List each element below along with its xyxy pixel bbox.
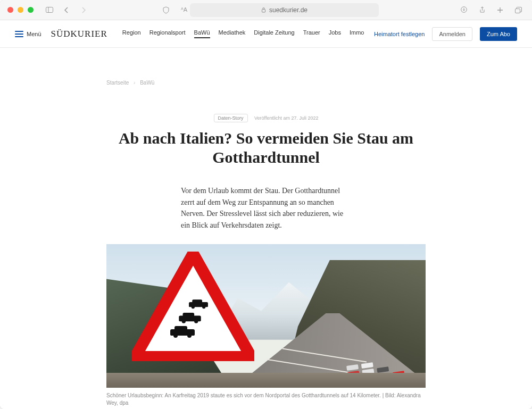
forward-button[interactable] [77,4,90,16]
page-viewport[interactable]: Menü SÜDKURIER Region Regionalsport BaWü… [0,20,532,409]
maximize-window-icon[interactable] [28,7,34,13]
breadcrumb-home[interactable]: Startseite [106,80,129,86]
publish-date: Veröffentlicht am 27. Juli 2022 [254,115,318,121]
article-meta: Daten-Story Veröffentlicht am 27. Juli 2… [106,112,426,122]
site-logo[interactable]: SÜDKURIER [51,29,107,39]
nav-regionalsport[interactable]: Regionalsport [149,29,186,38]
shield-icon[interactable] [160,4,172,16]
main-nav: Region Regionalsport BaWü Mediathek Digi… [122,29,364,38]
article-lede: Vor dem Urlaub kommt der Stau. Der Gotth… [181,185,351,231]
site-header: Menü SÜDKURIER Region Regionalsport BaWü… [0,20,532,48]
svg-rect-2 [262,10,265,13]
url-text: suedkurier.de [269,6,307,14]
traffic-jam-sign-icon [132,252,254,361]
sidebar-toggle-icon[interactable] [43,4,56,16]
svg-rect-0 [46,7,53,13]
nav-jobs[interactable]: Jobs [329,29,341,38]
address-bar[interactable]: suedkurier.de [190,3,379,17]
chevron-right-icon: › [134,80,135,86]
text-size-icon[interactable]: ᴬA [178,4,190,16]
browser-toolbar: ᴬA suedkurier.de [0,0,532,20]
browser-window: ᴬA suedkurier.de Menü [0,0,532,409]
new-tab-icon[interactable] [494,4,506,16]
download-icon[interactable] [458,4,470,16]
share-icon[interactable] [476,4,488,16]
article-title: Ab nach Italien? So vermeiden Sie Stau a… [106,129,426,167]
category-badge: Daten-Story [214,114,248,122]
minimize-window-icon[interactable] [18,7,23,13]
nav-trauer[interactable]: Trauer [303,29,320,38]
hamburger-icon [15,31,23,37]
menu-toggle[interactable]: Menü [15,31,41,37]
nav-digitale-zeitung[interactable]: Digitale Zeitung [254,29,294,38]
nav-mediathek[interactable]: Mediathek [219,29,246,38]
article: Startseite › BaWü Daten-Story Veröffentl… [96,48,436,409]
breadcrumb-bawue[interactable]: BaWü [140,80,154,86]
hero-figure [106,244,426,388]
nav-bawue[interactable]: BaWü [194,29,210,38]
breadcrumb: Startseite › BaWü [106,80,426,86]
nav-region[interactable]: Region [122,29,141,38]
svg-rect-4 [515,9,520,13]
hero-caption: Schöner Urlaubsbeginn: An Karfreitag 201… [106,392,426,407]
login-button[interactable]: Anmelden [432,27,472,41]
menu-label: Menü [27,31,41,37]
subscribe-button[interactable]: Zum Abo [480,27,517,41]
set-heimatort-link[interactable]: Heimatort festlegen [374,31,425,37]
window-controls [7,7,34,13]
lock-icon [261,7,266,13]
nav-immo[interactable]: Immo [350,29,364,38]
hero-image [106,244,426,388]
close-window-icon[interactable] [7,7,13,13]
tabs-icon[interactable] [512,4,525,16]
back-button[interactable] [60,4,73,16]
